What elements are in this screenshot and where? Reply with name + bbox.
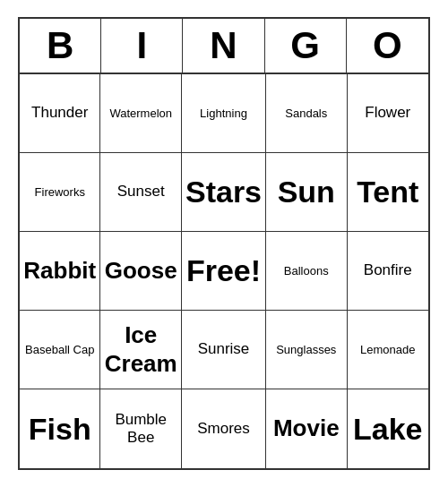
bingo-cell: Bonfire <box>348 232 428 311</box>
bingo-cell: Sandals <box>266 74 347 153</box>
header-letter: G <box>265 19 347 73</box>
bingo-cell: Watermelon <box>100 74 181 153</box>
cell-label: Bumble Bee <box>104 411 177 448</box>
bingo-cell: Stars <box>182 153 266 232</box>
bingo-cell: Movie <box>266 389 347 468</box>
cell-label: Sunglasses <box>276 343 336 357</box>
bingo-cell: Thunder <box>20 74 100 153</box>
cell-label: Sandals <box>285 107 327 121</box>
bingo-cell: Baseball Cap <box>20 311 100 389</box>
bingo-header: BINGO <box>20 19 428 74</box>
cell-label: Bonfire <box>364 261 412 279</box>
bingo-cell: Sunset <box>100 153 181 232</box>
cell-label: Smores <box>197 420 250 438</box>
header-letter: N <box>183 19 264 73</box>
bingo-cell: Lemonade <box>348 311 428 389</box>
bingo-cell: Sunrise <box>182 311 266 389</box>
bingo-cell: Sunglasses <box>266 311 347 389</box>
header-letter: O <box>347 19 428 73</box>
bingo-cell: Lightning <box>182 74 266 153</box>
bingo-cell: Flower <box>348 74 428 153</box>
cell-label: Sun <box>278 174 335 210</box>
cell-label: Flower <box>365 104 410 122</box>
cell-label: Balloons <box>284 264 329 278</box>
bingo-cell: Free! <box>182 232 266 311</box>
cell-label: Tent <box>357 174 418 210</box>
bingo-cell: Tent <box>348 153 428 232</box>
cell-label: Watermelon <box>109 107 172 121</box>
cell-label: Lightning <box>200 107 247 121</box>
cell-label: Sunset <box>117 183 165 201</box>
cell-label: Goose <box>105 257 177 285</box>
bingo-grid: ThunderWatermelonLightningSandalsFlowerF… <box>20 74 428 468</box>
cell-label: Movie <box>273 414 340 442</box>
bingo-cell: Goose <box>100 232 181 311</box>
cell-label: Ice Cream <box>104 321 177 377</box>
bingo-cell: Fish <box>20 389 100 468</box>
bingo-cell: Bumble Bee <box>100 389 181 468</box>
cell-label: Stars <box>185 174 262 210</box>
header-letter: B <box>20 19 101 73</box>
bingo-cell: Balloons <box>266 232 347 311</box>
bingo-card: BINGO ThunderWatermelonLightningSandalsF… <box>18 17 430 470</box>
bingo-cell: Sun <box>266 153 347 232</box>
bingo-cell: Lake <box>348 389 428 468</box>
cell-label: Lemonade <box>360 343 415 357</box>
bingo-cell: Ice Cream <box>100 311 181 389</box>
cell-label: Lake <box>353 411 423 448</box>
bingo-cell: Fireworks <box>20 153 100 232</box>
bingo-cell: Smores <box>182 389 266 468</box>
bingo-cell: Rabbit <box>20 232 100 311</box>
cell-label: Thunder <box>31 104 88 122</box>
header-letter: I <box>101 19 183 73</box>
cell-label: Fish <box>29 411 91 448</box>
cell-label: Free! <box>186 252 261 289</box>
cell-label: Rabbit <box>23 257 96 285</box>
cell-label: Baseball Cap <box>25 343 94 357</box>
cell-label: Sunrise <box>198 340 250 358</box>
cell-label: Fireworks <box>35 185 85 200</box>
